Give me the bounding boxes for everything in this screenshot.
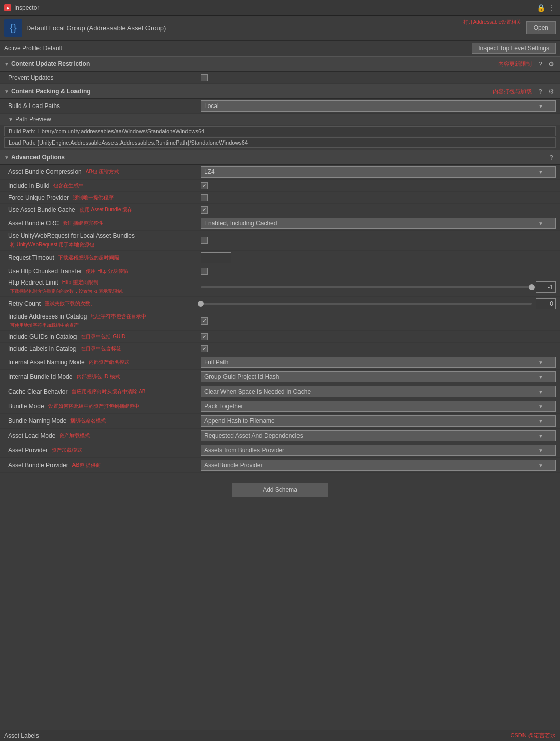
internal-bundle-row: Internal Bundle Id Mode 内部捆绑包 ID 模式 Grou… (0, 370, 560, 384)
gear-icon-content-update[interactable]: ⚙ (547, 59, 556, 68)
include-labels-row: Include Labels in Catalog 在目录中包含标签 (0, 343, 560, 355)
force-unique-row: Force Unique Provider 强制唯一提供程序 (0, 192, 560, 204)
help-icon-content-update[interactable]: ? (536, 59, 545, 68)
force-unique-red: 强制唯一提供程序 (73, 194, 114, 201)
bundle-naming-red: 捆绑包命名模式 (70, 417, 106, 425)
section-triangle-icon: ▼ (4, 61, 9, 67)
use-cache-checkbox[interactable] (201, 206, 208, 214)
build-load-paths-value: Local (204, 102, 219, 110)
include-labels-checkbox[interactable] (201, 345, 208, 352)
content-packing-red: 内容打包与加载 (493, 88, 532, 95)
bundle-naming-dropdown[interactable]: Append Hash to Filename ▼ (201, 415, 556, 427)
compression-dropdown[interactable]: LZ4 ▼ (201, 166, 556, 178)
use-webrequest-red: 将 UnityWebRequest 用于本地资源包 (10, 241, 94, 249)
asset-bundle-provider-dropdown[interactable]: AssetBundle Provider ▼ (201, 460, 556, 471)
retry-count-slider[interactable] (201, 303, 532, 305)
window-icon: ● (4, 4, 11, 11)
include-addresses-row: Include Addresses in Catalog 地址字符串包含在目录中… (0, 311, 560, 331)
force-unique-checkbox[interactable] (201, 194, 208, 201)
include-guids-red: 在目录中包括 GUID (81, 333, 125, 340)
add-schema-area: Add Schema (0, 473, 560, 507)
internal-asset-value: Full Path (204, 359, 228, 366)
menu-icon[interactable]: ⋮ (548, 4, 556, 12)
http-chunked-checkbox[interactable] (201, 268, 208, 275)
title-bar: ● Inspector 🔒 ⋮ (0, 0, 560, 16)
force-unique-label: Force Unique Provider (8, 194, 69, 201)
lock-icon[interactable]: 🔒 (537, 4, 545, 12)
advanced-options-section-header: ▼ Advanced Options ? (0, 150, 560, 165)
bundle-mode-dropdown[interactable]: Pack Together ▼ (201, 401, 556, 412)
open-button[interactable]: Open (526, 21, 556, 34)
asset-load-arrow-icon: ▼ (538, 433, 543, 439)
http-redirect-slider[interactable] (201, 286, 532, 288)
internal-asset-label: Internal Asset Naming Mode (8, 359, 85, 366)
http-redirect-thumb (529, 284, 535, 290)
include-addresses-label: Include Addresses in Catalog (8, 313, 87, 320)
asset-group-icon: {} (4, 19, 22, 37)
crc-dropdown[interactable]: Enabled, Including Cached ▼ (201, 218, 556, 229)
prevent-updates-label: Prevent Updates (8, 74, 53, 81)
inspect-top-level-button[interactable]: Inspect Top Level Settings (472, 43, 556, 54)
dropdown-arrow-icon: ▼ (538, 103, 543, 109)
bundle-naming-arrow-icon: ▼ (538, 418, 543, 424)
content-packing-label: Content Packing & Loading (11, 88, 493, 95)
asset-provider-dropdown[interactable]: Assets from Bundles Provider ▼ (201, 445, 556, 456)
include-guids-row: Include GUIDs in Catalog 在目录中包括 GUID (0, 331, 560, 343)
use-webrequest-row: Use UnityWebRequest for Local Asset Bund… (0, 231, 560, 251)
section-triangle-icon3: ▼ (4, 155, 9, 160)
include-labels-label: Include Labels in Catalog (8, 345, 77, 352)
include-build-checkbox[interactable] (201, 182, 208, 189)
asset-bundle-provider-value: AssetBundle Provider (204, 462, 263, 469)
retry-count-red: 重试失败下载的次数。 (45, 300, 95, 307)
gear-icon-content-packing[interactable]: ⚙ (547, 87, 556, 96)
asset-provider-value: Assets from Bundles Provider (204, 447, 284, 454)
asset-provider-arrow-icon: ▼ (538, 448, 543, 453)
internal-asset-dropdown[interactable]: Full Path ▼ (201, 357, 556, 368)
include-labels-red: 在目录中包含标签 (81, 345, 121, 352)
asset-group-title: Default Local Group (Addressable Asset G… (26, 24, 518, 32)
prevent-updates-checkbox[interactable] (201, 74, 208, 81)
include-addresses-checkbox[interactable] (201, 317, 208, 325)
use-cache-red: 使用 Asset Bundle 缓存 (80, 206, 132, 214)
cache-clear-arrow-icon: ▼ (538, 389, 543, 395)
use-webrequest-checkbox[interactable] (201, 237, 208, 244)
asset-load-dropdown[interactable]: Requested Asset And Dependencies ▼ (201, 430, 556, 441)
use-cache-label: Use Asset Bundle Cache (8, 206, 76, 214)
cache-clear-dropdown[interactable]: Clear When Space Is Needed In Cache ▼ (201, 386, 556, 397)
asset-labels-label: Asset Labels (4, 732, 39, 739)
bundle-mode-arrow-icon: ▼ (538, 404, 543, 409)
build-load-paths-label: Build & Load Paths (8, 102, 60, 110)
compression-label: Asset Bundle Compression (8, 168, 82, 175)
request-timeout-input[interactable]: 0 (201, 252, 231, 263)
build-load-paths-dropdown[interactable]: Local ▼ (201, 100, 556, 112)
retry-count-thumb (198, 301, 204, 307)
add-schema-button[interactable]: Add Schema (232, 483, 328, 497)
help-icon-content-packing[interactable]: ? (536, 87, 545, 96)
bundle-mode-label: Bundle Mode (8, 403, 44, 410)
compression-arrow-icon: ▼ (538, 169, 543, 175)
asset-provider-label: Asset Provider (8, 447, 48, 454)
include-guids-label: Include GUIDs in Catalog (8, 333, 77, 340)
retry-count-label: Retry Count (8, 300, 41, 307)
advanced-options-label: Advanced Options (11, 154, 547, 161)
crc-arrow-icon: ▼ (538, 221, 543, 226)
bottom-bar: Asset Labels CSDN @诺言若水 (0, 730, 560, 741)
watermark: CSDN @诺言若水 (511, 732, 556, 739)
cache-clear-value: Clear When Space Is Needed In Cache (204, 388, 311, 395)
internal-bundle-value: Group Guid Project Id Hash (204, 373, 279, 380)
http-redirect-red2: 下载捆绑包时允许重定向的次数，设置为 -1 表示无限制。 (10, 288, 126, 295)
help-icon-advanced[interactable]: ? (547, 153, 556, 162)
cache-clear-label: Cache Clear Behavior (8, 388, 67, 395)
include-build-red: 包含在生成中 (53, 182, 84, 189)
bundle-mode-value: Pack Together (204, 403, 243, 410)
cache-clear-red: 当应用程序何时从缓存中清除 AB (71, 388, 145, 395)
asset-provider-red: 资产加载模式 (52, 447, 82, 454)
http-redirect-red: Http 重定向限制 (62, 279, 98, 286)
asset-bundle-provider-row: Asset Bundle Provider AB包 提供商 AssetBundl… (0, 458, 560, 473)
crc-value: Enabled, Including Cached (204, 220, 277, 227)
asset-bundle-provider-arrow-icon: ▼ (538, 463, 543, 468)
build-load-paths-row: Build & Load Paths Local ▼ (0, 99, 560, 114)
include-guids-checkbox[interactable] (201, 333, 208, 340)
internal-bundle-dropdown[interactable]: Group Guid Project Id Hash ▼ (201, 371, 556, 382)
crc-red: 验证捆绑包完整性 (63, 220, 103, 227)
